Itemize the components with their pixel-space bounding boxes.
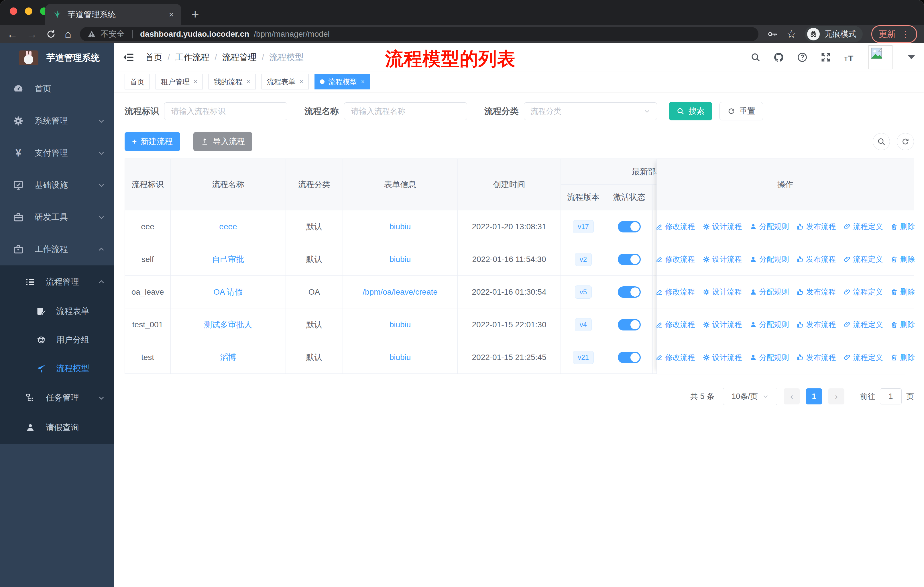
process-id-input[interactable] xyxy=(164,103,287,120)
form-info-link[interactable]: biubiu xyxy=(389,255,411,264)
process-name-link[interactable]: 自己审批 xyxy=(212,254,244,265)
form-info-link[interactable]: biubiu xyxy=(389,353,411,362)
reload-icon[interactable] xyxy=(46,29,56,39)
tag-close-icon[interactable]: × xyxy=(361,78,365,85)
tag-process-form[interactable]: 流程表单× xyxy=(261,74,309,89)
minimize-window-button[interactable] xyxy=(25,7,32,15)
sidebar-item-leave-query[interactable]: 请假查询 xyxy=(0,413,114,443)
tag-tenant[interactable]: 租户管理× xyxy=(155,74,203,89)
process-name-input[interactable] xyxy=(344,103,467,120)
action-edit[interactable]: 修改流程 xyxy=(656,222,695,231)
sidebar-item-system[interactable]: 系统管理 xyxy=(0,105,114,137)
new-tab-button[interactable]: + xyxy=(191,6,199,22)
logo-row[interactable]: 芋道管理系统 xyxy=(0,43,114,73)
category-select[interactable]: 流程分类 xyxy=(524,103,657,120)
close-window-button[interactable] xyxy=(10,7,17,15)
key-icon[interactable] xyxy=(767,29,778,40)
action-design[interactable]: 设计流程 xyxy=(703,254,742,264)
current-page-button[interactable]: 1 xyxy=(806,389,822,404)
goto-page-input[interactable] xyxy=(880,389,902,404)
action-definition[interactable]: 流程定义 xyxy=(843,254,883,264)
sidebar-item-devtools[interactable]: 研发工具 xyxy=(0,201,114,233)
form-info-link[interactable]: /bpm/oa/leave/create xyxy=(363,288,438,297)
action-definition[interactable]: 流程定义 xyxy=(843,319,883,330)
sidebar-item-workflow[interactable]: 工作流程 xyxy=(0,233,114,265)
help-icon[interactable] xyxy=(797,52,808,63)
home-icon[interactable]: ⌂ xyxy=(65,29,71,40)
page-size-select[interactable]: 10条/页 xyxy=(723,388,777,405)
fullscreen-icon[interactable] xyxy=(820,52,831,63)
action-assign[interactable]: 分配规则 xyxy=(749,222,789,231)
avatar-caret-icon[interactable] xyxy=(908,55,915,60)
process-name-link[interactable]: OA 请假 xyxy=(213,287,243,298)
prev-page-button[interactable]: ‹ xyxy=(784,389,800,404)
action-design[interactable]: 设计流程 xyxy=(703,319,742,330)
action-assign[interactable]: 分配规则 xyxy=(749,254,789,264)
action-design[interactable]: 设计流程 xyxy=(703,287,742,297)
sidebar-item-user-group[interactable]: 用户分组 xyxy=(0,326,114,354)
menu-fold-icon[interactable] xyxy=(123,51,134,63)
breadcrumb-workflow[interactable]: 工作流程 xyxy=(175,51,210,63)
tag-close-icon[interactable]: × xyxy=(247,78,250,85)
action-assign[interactable]: 分配规则 xyxy=(749,287,789,297)
window-controls[interactable] xyxy=(10,7,48,15)
search-icon[interactable] xyxy=(751,52,761,63)
update-button[interactable]: 更新 ⋮ xyxy=(871,25,917,43)
sidebar-item-home[interactable]: 首页 xyxy=(0,73,114,105)
bookmark-star-icon[interactable]: ☆ xyxy=(787,29,796,40)
action-edit[interactable]: 修改流程 xyxy=(656,352,695,362)
action-publish[interactable]: 发布流程 xyxy=(797,222,836,231)
active-toggle[interactable] xyxy=(618,221,641,232)
action-assign[interactable]: 分配规则 xyxy=(749,319,789,330)
action-publish[interactable]: 发布流程 xyxy=(797,352,836,362)
action-delete[interactable]: 删除 xyxy=(891,222,915,231)
sidebar-item-task-manage[interactable]: 任务管理 xyxy=(0,383,114,413)
github-icon[interactable] xyxy=(773,52,784,63)
action-design[interactable]: 设计流程 xyxy=(703,352,742,362)
forward-icon[interactable]: → xyxy=(26,29,37,40)
browser-tab[interactable]: 芋道管理系统 × xyxy=(45,4,181,25)
action-publish[interactable]: 发布流程 xyxy=(797,287,836,297)
tag-close-icon[interactable]: × xyxy=(194,78,197,85)
breadcrumb-manage[interactable]: 流程管理 xyxy=(222,51,257,63)
tab-close-icon[interactable]: × xyxy=(169,10,174,20)
action-delete[interactable]: 删除 xyxy=(891,254,915,264)
tag-close-icon[interactable]: × xyxy=(300,78,303,85)
browser-menu-icon[interactable]: ⋮ xyxy=(901,29,910,39)
action-design[interactable]: 设计流程 xyxy=(703,222,742,231)
active-toggle[interactable] xyxy=(618,254,641,265)
form-info-link[interactable]: biubiu xyxy=(389,222,411,231)
sidebar-item-process-model[interactable]: 流程模型 xyxy=(0,354,114,383)
active-toggle[interactable] xyxy=(618,286,641,298)
active-toggle[interactable] xyxy=(618,319,641,331)
action-edit[interactable]: 修改流程 xyxy=(656,319,695,330)
active-toggle[interactable] xyxy=(618,352,641,363)
font-size-icon[interactable]: TT xyxy=(844,52,856,63)
tag-my-process[interactable]: 我的流程× xyxy=(208,74,256,89)
action-definition[interactable]: 流程定义 xyxy=(843,222,883,231)
action-publish[interactable]: 发布流程 xyxy=(797,319,836,330)
action-delete[interactable]: 删除 xyxy=(891,287,915,297)
address-bar[interactable]: 不安全 dashboard.yudao.iocoder.cn/bpm/manag… xyxy=(80,27,759,41)
search-button[interactable]: 搜索 xyxy=(669,102,712,121)
back-icon[interactable]: ← xyxy=(7,29,18,40)
action-delete[interactable]: 删除 xyxy=(891,352,915,362)
security-label[interactable]: 不安全 xyxy=(101,29,125,40)
breadcrumb-home[interactable]: 首页 xyxy=(145,51,162,63)
form-info-link[interactable]: biubiu xyxy=(389,320,411,329)
process-name-link[interactable]: 滔博 xyxy=(220,352,236,363)
sidebar-item-payment[interactable]: ¥ 支付管理 xyxy=(0,137,114,169)
next-page-button[interactable]: › xyxy=(828,389,844,404)
action-edit[interactable]: 修改流程 xyxy=(656,287,695,297)
avatar[interactable] xyxy=(868,45,893,69)
toggle-search-icon[interactable] xyxy=(873,133,890,150)
action-assign[interactable]: 分配规则 xyxy=(749,352,789,362)
refresh-icon[interactable] xyxy=(897,133,914,150)
reset-button[interactable]: 重置 xyxy=(719,102,763,121)
action-delete[interactable]: 删除 xyxy=(891,319,915,330)
create-process-button[interactable]: + 新建流程 xyxy=(125,132,180,151)
process-name-link[interactable]: 测试多审批人 xyxy=(204,319,252,330)
process-name-link[interactable]: eeee xyxy=(219,222,237,231)
action-definition[interactable]: 流程定义 xyxy=(843,352,883,362)
tag-home[interactable]: 首页 xyxy=(125,74,150,89)
